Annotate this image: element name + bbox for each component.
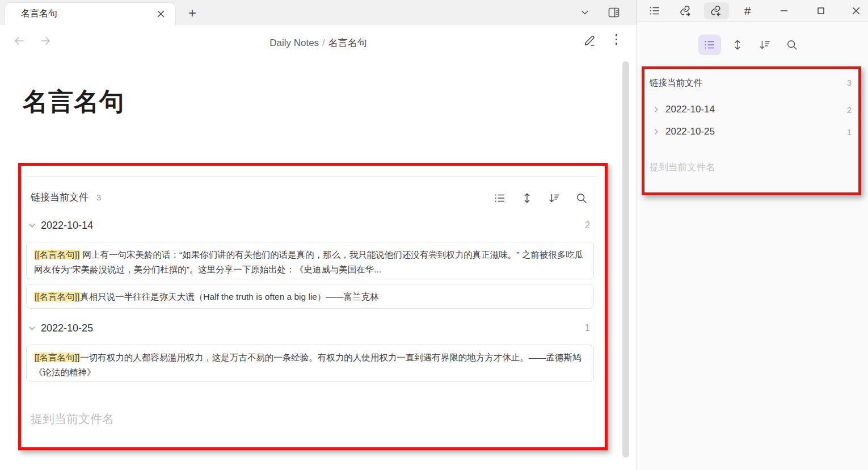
outline-list-icon[interactable] xyxy=(642,2,667,19)
group-count: 1 xyxy=(585,323,590,333)
backlink-group-2022-10-25[interactable]: 2022-10-25 1 xyxy=(650,123,852,140)
match-highlight: [[名言名句]] xyxy=(34,250,80,259)
backlink-group-2022-10-14[interactable]: 2022-10-14 2 xyxy=(28,217,598,233)
linked-mentions-count: 3 xyxy=(96,192,101,202)
group-title[interactable]: 2022-10-25 xyxy=(665,126,715,137)
group-title[interactable]: 2022-10-25 xyxy=(41,322,93,334)
group-title[interactable]: 2022-10-14 xyxy=(665,104,715,115)
breadcrumb-parent[interactable]: Daily Notes xyxy=(269,37,319,48)
sidebar-tab-strip: # xyxy=(637,0,868,22)
more-options-icon[interactable] xyxy=(616,34,618,48)
linked-mentions-header: 链接当前文件 xyxy=(650,77,702,89)
group-count: 2 xyxy=(585,220,590,230)
match-text: 真相只说一半往往是弥天大谎（Half the truth is often a … xyxy=(80,292,378,301)
backlink-match[interactable]: [[名言名句]] 网上有一句宋美龄的话：“如果你们讲的有关他们的话是真的，那么，… xyxy=(26,242,594,279)
group-title[interactable]: 2022-10-14 xyxy=(41,220,93,232)
main-pane: 名言名句 + xyxy=(0,0,637,470)
sort-order-icon[interactable] xyxy=(548,192,561,204)
unlinked-mentions-header[interactable]: 提到当前文件名 xyxy=(31,411,114,427)
chevron-down-icon[interactable] xyxy=(28,324,36,333)
vertical-scrollbar[interactable] xyxy=(622,61,629,458)
tab-active[interactable]: 名言名句 xyxy=(5,2,176,25)
expand-collapse-icon[interactable] xyxy=(521,192,533,204)
backlinks-icon[interactable] xyxy=(704,2,729,19)
navigation-bar: Daily Notes/名言名句 xyxy=(0,25,637,60)
list-view-icon[interactable] xyxy=(494,192,506,204)
outgoing-links-icon[interactable] xyxy=(673,2,698,19)
annotation-rectangle-sidebar: 链接当前文件 3 2022-10-14 2 2022-10-25 1 提到当前文… xyxy=(642,66,861,195)
backlink-group-2022-10-25[interactable]: 2022-10-25 1 xyxy=(28,320,598,336)
sort-order-icon[interactable] xyxy=(753,35,776,55)
list-view-icon-active[interactable] xyxy=(698,35,721,55)
window-minimize-icon[interactable] xyxy=(772,2,797,19)
group-count: 2 xyxy=(847,105,852,115)
match-text: 一切有权力的人都容易滥用权力，这是万古不易的一条经验。有权力的人使用权力一直到遇… xyxy=(34,352,582,377)
chevron-right-icon[interactable] xyxy=(652,106,660,114)
backlink-match[interactable]: [[名言名句]]真相只说一半往往是弥天大谎（Half the truth is … xyxy=(26,284,594,309)
linked-mentions-count: 3 xyxy=(847,78,852,87)
match-highlight: [[名言名句]] xyxy=(34,292,80,301)
backlink-group-2022-10-14[interactable]: 2022-10-14 2 xyxy=(650,101,852,118)
match-highlight: [[名言名句]] xyxy=(34,352,80,362)
tab-title: 名言名句 xyxy=(5,8,57,20)
split-pane-icon[interactable] xyxy=(607,6,621,19)
backlinks-toolbar xyxy=(637,32,868,58)
linked-mentions-header: 链接当前文件 xyxy=(31,191,89,204)
divider xyxy=(26,176,597,177)
right-sidebar: # xyxy=(637,0,868,470)
expand-collapse-icon[interactable] xyxy=(726,35,749,55)
app-window: 名言名句 + xyxy=(0,0,868,470)
group-count: 1 xyxy=(847,127,852,137)
breadcrumb[interactable]: Daily Notes/名言名句 xyxy=(269,36,367,49)
page-title: 名言名句 xyxy=(23,85,125,119)
forward-arrow-icon[interactable] xyxy=(39,34,52,48)
unlinked-mentions-header[interactable]: 提到当前文件名 xyxy=(650,161,715,174)
chevron-down-icon[interactable] xyxy=(28,221,36,230)
tab-list-chevron-down-icon[interactable] xyxy=(580,7,590,18)
back-arrow-icon[interactable] xyxy=(12,34,26,48)
annotation-rectangle-main: 链接当前文件 3 xyxy=(18,163,608,450)
tab-bar: 名言名句 + xyxy=(0,0,637,25)
tab-close-icon[interactable] xyxy=(157,10,165,18)
search-icon[interactable] xyxy=(575,192,588,204)
tags-hash-icon[interactable]: # xyxy=(735,2,760,19)
search-icon[interactable] xyxy=(781,35,803,55)
window-maximize-icon[interactable] xyxy=(808,2,833,19)
breadcrumb-current[interactable]: 名言名句 xyxy=(328,37,367,48)
new-tab-button[interactable]: + xyxy=(183,5,202,22)
breadcrumb-separator: / xyxy=(322,37,325,48)
chevron-right-icon[interactable] xyxy=(652,128,660,136)
window-close-icon[interactable] xyxy=(844,2,868,19)
backlink-match[interactable]: [[名言名句]]一切有权力的人都容易滥用权力，这是万古不易的一条经验。有权力的人… xyxy=(26,345,594,382)
match-text: 网上有一句宋美龄的话：“如果你们讲的有关他们的话是真的，那么，我只能说他们还没有… xyxy=(34,250,583,274)
plus-icon: + xyxy=(188,5,196,21)
edit-pencil-icon[interactable] xyxy=(583,34,596,48)
